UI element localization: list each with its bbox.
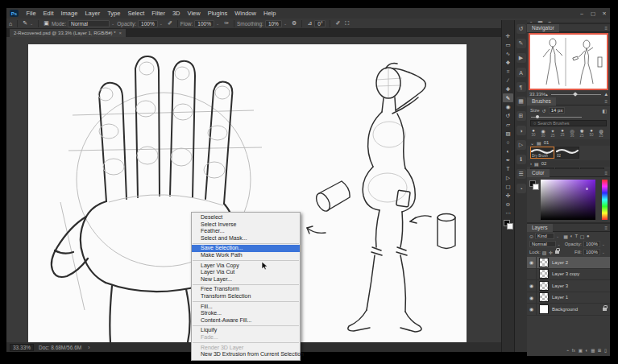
visibility-eye-icon[interactable]: ◉ <box>527 304 537 315</box>
chevron-down-icon[interactable]: ⌄ <box>111 21 114 26</box>
blend-mode-select[interactable]: Normal <box>529 241 556 247</box>
panel-menu-icon[interactable]: ≡ <box>604 26 608 31</box>
menu-view[interactable]: View <box>184 10 204 17</box>
eraser-tool[interactable]: ▱ <box>503 120 513 129</box>
context-menu-item-layer-via-cut[interactable]: Layer Via Cut <box>192 269 300 276</box>
path-selection-tool[interactable]: ▷ <box>503 173 513 182</box>
airbrush-icon[interactable]: ✑ <box>224 20 229 27</box>
layer-thumbnail[interactable] <box>539 281 549 291</box>
eyedropper-tool[interactable]: ∕ <box>503 76 513 85</box>
context-menu-item-make-work-path[interactable]: Make Work Path <box>192 252 300 259</box>
chevron-down-icon[interactable]: ⌄ <box>30 21 33 26</box>
adjustments-panel-icon[interactable]: ◑ <box>516 126 526 135</box>
layer-row-layer-3[interactable]: ◉Layer 3 <box>527 280 610 292</box>
brush-tip-icon-8[interactable]: ◍25 <box>597 128 605 138</box>
filter-type-icon[interactable]: ⊙ <box>529 234 533 239</box>
context-menu-item-content-aware-fill[interactable]: Content-Aware Fill... <box>192 317 300 325</box>
color-picker-pointer[interactable] <box>586 188 588 190</box>
layers-tab[interactable]: Layers <box>527 224 553 232</box>
blur-tool[interactable]: ○ <box>503 138 513 147</box>
brush-group-02[interactable]: ›▤02 <box>527 160 610 167</box>
brush-preset-02[interactable]: 02 <box>555 147 579 159</box>
brush-preset-icon[interactable]: ✎ <box>23 20 27 27</box>
quick-selection-tool[interactable]: ❖ <box>503 58 513 67</box>
history-brush-tool[interactable]: ↺ <box>503 111 513 120</box>
lasso-tool[interactable]: ∿ <box>503 49 513 58</box>
context-menu-item-deselect[interactable]: Deselect <box>192 214 300 221</box>
lock-icon-2[interactable]: ✛ <box>549 250 553 255</box>
opacity-field[interactable]: 100% <box>138 20 158 27</box>
navigator-thumbnail[interactable] <box>529 33 608 90</box>
menu-3d[interactable]: 3D <box>168 10 184 17</box>
menu-image[interactable]: Image <box>57 10 81 17</box>
toggle-brush-panel-icon[interactable]: ▣ <box>44 20 49 27</box>
layer-row-layer-3-copy[interactable]: Layer 3 copy <box>527 269 610 281</box>
brush-angle-field[interactable]: 0° <box>314 20 326 27</box>
brush-angle-icon[interactable]: ⊿ <box>307 20 312 27</box>
mode-select[interactable]: Normal <box>68 20 110 27</box>
color-tab[interactable]: Color <box>527 169 550 177</box>
zoom-out-icon[interactable]: ▴ <box>545 92 548 97</box>
navigator-view-frame[interactable] <box>529 33 608 90</box>
layer-thumbnail[interactable] <box>539 292 549 302</box>
toolbar-more[interactable]: ⋯ <box>503 209 513 217</box>
layer-row-background[interactable]: ◉Background <box>527 304 610 316</box>
saturation-brightness-field[interactable] <box>541 180 595 220</box>
layer-thumbnail[interactable] <box>539 269 549 279</box>
panel-menu-icon[interactable]: ≡ <box>604 171 608 176</box>
context-menu-item-new-3d-extrusion-from-current-selection[interactable]: New 3D Extrusion from Current Selection <box>192 351 300 358</box>
flow-field[interactable]: 100% <box>194 20 214 27</box>
background-color-swatch[interactable] <box>533 184 539 190</box>
brushes-tab[interactable]: Brushes <box>527 97 556 105</box>
context-menu-item-stroke[interactable]: Stroke... <box>192 310 300 317</box>
navigator-zoom-slider[interactable] <box>551 94 602 95</box>
chevron-down-icon[interactable]: ⌄ <box>602 250 605 254</box>
layer-style-icon[interactable]: fx <box>572 348 575 353</box>
menu-window[interactable]: Window <box>231 10 260 17</box>
filter-icon-2[interactable]: ◐ <box>570 234 573 239</box>
brush-preset-dry-brush[interactable]: Dry Brush <box>530 147 554 159</box>
minimize-window-button[interactable]: – <box>576 9 587 18</box>
timeline-panel-icon[interactable]: ◔ <box>516 184 526 193</box>
filter-icon-4[interactable]: ▢ <box>580 234 585 239</box>
context-menu-item-feather[interactable]: Feather... <box>192 228 300 235</box>
new-layer-icon[interactable]: ⊞ <box>598 348 602 353</box>
adjustment-layer-icon[interactable]: ◐ <box>585 348 587 353</box>
maximize-window-button[interactable]: ▢ <box>587 9 599 18</box>
history-panel-icon[interactable]: ↺ <box>516 24 526 34</box>
shape-tool[interactable]: ▢ <box>503 182 513 191</box>
layer-row-layer-2[interactable]: ◉Layer 2 <box>527 257 610 269</box>
lock-all-icon[interactable] <box>555 250 559 254</box>
layer-fill-field[interactable]: 100% <box>583 249 600 255</box>
paragraph-panel-icon[interactable]: ¶ <box>516 82 526 92</box>
layer-thumbnail[interactable] <box>539 304 549 314</box>
chevron-down-icon[interactable]: ⌄ <box>216 21 219 26</box>
context-menu-item-new-layer[interactable]: New Layer... <box>192 276 300 283</box>
context-menu-item-fill[interactable]: Fill... <box>192 304 300 311</box>
brush-group-01[interactable]: ⌄▤01 <box>527 139 610 146</box>
visibility-eye-icon[interactable]: ◉ <box>527 292 537 304</box>
brush-size-slider[interactable] <box>531 114 606 119</box>
context-menu-item-layer-via-copy[interactable]: Layer Via Copy <box>192 263 300 270</box>
chevron-down-icon[interactable]: ⌄ <box>558 242 561 246</box>
filter-icon-1[interactable]: ▦ <box>563 234 568 239</box>
hand-tool[interactable]: ✣ <box>503 191 513 200</box>
lock-icon-1[interactable]: ▨ <box>542 250 547 255</box>
brush-size-field[interactable]: 14 px <box>549 107 566 114</box>
dodge-tool[interactable]: ◐ <box>503 147 513 155</box>
menu-layer[interactable]: Layer <box>81 10 104 17</box>
panel-menu-icon[interactable]: ≡ <box>604 99 608 104</box>
hue-slider[interactable] <box>602 180 608 220</box>
symmetry-icon[interactable]: ⛶ <box>345 20 349 27</box>
character-panel-icon[interactable]: A <box>516 68 526 77</box>
brush-tip-icon-2[interactable]: ◉30 <box>539 128 547 138</box>
brush-flip-icon[interactable]: ◧ <box>602 108 607 114</box>
navigator-zoom-value[interactable]: 33.33% <box>529 92 545 97</box>
new-group-icon[interactable]: ▦ <box>591 348 595 353</box>
menu-edit[interactable]: Edit <box>39 10 57 17</box>
clone-source-panel-icon[interactable]: ▶ <box>516 53 526 63</box>
context-menu-item-select-and-mask[interactable]: Select and Mask... <box>192 235 300 242</box>
brush-tip-icon-6[interactable]: ✺25 <box>578 128 586 138</box>
link-layers-icon[interactable]: ⌁ <box>566 348 569 353</box>
brush-reset-icon[interactable]: ↺ <box>542 108 546 114</box>
